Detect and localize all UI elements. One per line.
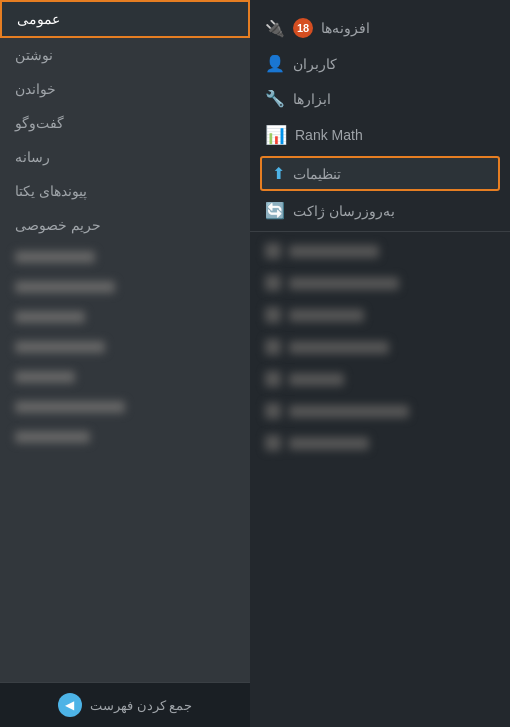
submenu-item-blurred-5 — [0, 362, 250, 392]
submenu-item-writing[interactable]: نوشتن — [0, 38, 250, 72]
menu-blurred-1 — [250, 235, 510, 267]
submenu-item-blurred-1 — [0, 242, 250, 272]
tools-icon: 🔧 — [265, 89, 285, 108]
zakit-icon: 🔄 — [265, 201, 285, 220]
submenu-item-general[interactable]: عمومی — [0, 0, 250, 38]
menu-item-plugins[interactable]: افزونه‌ها 18 🔌 — [250, 10, 510, 46]
users-icon: 👤 — [265, 54, 285, 73]
menu-blurred-7 — [250, 427, 510, 459]
menu-item-settings[interactable]: تنظیمات ⬆ — [260, 156, 500, 191]
submenu-item-permalinks[interactable]: پیوندهای یکتا — [0, 174, 250, 208]
menu-item-users[interactable]: کاربران 👤 — [250, 46, 510, 81]
submenu-item-blurred-7 — [0, 422, 250, 452]
menu-item-rankmath[interactable]: Rank Math 📊 — [250, 116, 510, 154]
left-submenu-panel: عمومی نوشتن خواندن گفت‌وگو رسانه پیوندها… — [0, 0, 250, 727]
submenu-item-blurred-3 — [0, 302, 250, 332]
submenu-item-discussion[interactable]: گفت‌وگو — [0, 106, 250, 140]
collapse-menu-button[interactable]: جمع کردن فهرست ◀ — [0, 682, 250, 727]
menu-item-zakit[interactable]: به‌روزرسان ژاکت 🔄 — [250, 193, 510, 228]
menu-separator — [250, 231, 510, 232]
rankmath-icon: 📊 — [265, 124, 287, 146]
right-main-sidebar: افزونه‌ها 18 🔌 کاربران 👤 ابزارها 🔧 Rank … — [250, 0, 510, 727]
menu-blurred-5 — [250, 363, 510, 395]
settings-icon: ⬆ — [272, 164, 285, 183]
menu-item-tools[interactable]: ابزارها 🔧 — [250, 81, 510, 116]
submenu-item-privacy[interactable]: حریم خصوصی — [0, 208, 250, 242]
submenu-item-blurred-6 — [0, 392, 250, 422]
plugins-icon: 🔌 — [265, 19, 285, 38]
collapse-arrow-icon: ◀ — [58, 693, 82, 717]
main-container: عمومی نوشتن خواندن گفت‌وگو رسانه پیوندها… — [0, 0, 510, 727]
menu-blurred-2 — [250, 267, 510, 299]
submenu-item-reading[interactable]: خواندن — [0, 72, 250, 106]
menu-blurred-4 — [250, 331, 510, 363]
submenu-item-blurred-4 — [0, 332, 250, 362]
submenu-item-media[interactable]: رسانه — [0, 140, 250, 174]
menu-blurred-6 — [250, 395, 510, 427]
footer-label: جمع کردن فهرست — [90, 698, 192, 713]
plugins-badge: 18 — [293, 18, 313, 38]
submenu-item-blurred-2 — [0, 272, 250, 302]
menu-blurred-3 — [250, 299, 510, 331]
